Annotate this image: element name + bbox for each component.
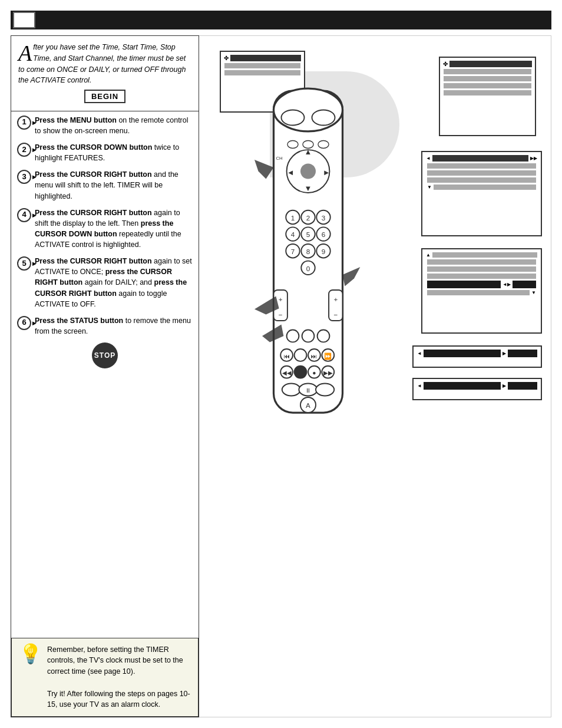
svg-point-10 (287, 141, 298, 149)
svg-point-42 (318, 330, 330, 342)
intro-text: fter you have set the Time, Start Time, … (18, 43, 186, 84)
svg-text:4: 4 (291, 230, 295, 238)
svg-point-45 (295, 349, 307, 361)
step-1-num: 1 (17, 116, 31, 130)
step-6: 6 Press the STATUS button to remove the … (17, 315, 193, 337)
screen-4: ▲ ◄▶ ▼ (421, 248, 542, 334)
step-2: 2 Press the CURSOR DOWN button twice to … (17, 142, 193, 163)
step-1: 1 Press the MENU button on the remote co… (17, 115, 193, 136)
svg-point-2 (282, 110, 305, 126)
begin-label: BEGIN (84, 90, 125, 103)
steps-area: 1 Press the MENU button on the remote co… (11, 111, 199, 378)
header-box (13, 12, 35, 28)
svg-text:CH: CH (276, 156, 282, 161)
step-6-num: 6 (17, 316, 31, 330)
svg-point-11 (303, 141, 313, 149)
svg-text:8: 8 (306, 248, 310, 255)
step-3: 3 Press the CURSOR RIGHT button and the … (17, 169, 193, 201)
svg-text:1: 1 (291, 214, 295, 222)
svg-point-40 (287, 330, 299, 342)
svg-text:3: 3 (322, 214, 326, 222)
svg-point-12 (318, 141, 329, 149)
svg-text:◄: ◄ (287, 168, 295, 177)
left-column: A fter you have set the Time, Start Time… (11, 35, 199, 717)
step-5-num: 5 (17, 256, 31, 271)
stop-circle: STOP (92, 342, 118, 368)
svg-point-41 (302, 330, 315, 342)
svg-marker-64 (343, 267, 361, 286)
svg-text:6: 6 (322, 230, 326, 238)
svg-text:◀◀: ◀◀ (282, 370, 292, 376)
step-3-num: 3 (17, 170, 31, 184)
step-2-num: 2 (17, 143, 31, 157)
step-4: 4 Press the CURSOR RIGHT button again to… (17, 207, 193, 251)
step-5: 5 Press the CURSOR RIGHT button again to… (17, 256, 193, 309)
lightbulb-icon: 💡 (19, 644, 42, 663)
svg-marker-63 (254, 160, 274, 179)
svg-text:▼: ▼ (305, 184, 312, 193)
drop-cap: A (18, 44, 32, 62)
svg-text:5: 5 (306, 230, 310, 238)
step-2-text: Press the CURSOR DOWN button twice to hi… (35, 142, 193, 163)
svg-point-3 (312, 110, 335, 126)
intro-box: A fter you have set the Time, Start Time… (11, 36, 199, 111)
svg-text:2: 2 (306, 214, 310, 222)
stop-badge: STOP (17, 342, 193, 368)
svg-text:⏸: ⏸ (305, 387, 311, 394)
screen-3: ◄ ▶▶ ▼ (421, 151, 542, 236)
screen-6: ◄ ▶ (412, 378, 542, 400)
svg-text:+: + (279, 295, 283, 303)
svg-text:9: 9 (322, 248, 326, 255)
svg-text:+: + (333, 295, 338, 303)
begin-badge: BEGIN (18, 91, 191, 103)
svg-text:0: 0 (306, 265, 310, 272)
step-6-text: Press the STATUS button to remove the me… (35, 315, 193, 337)
svg-text:−: − (333, 311, 338, 318)
tip-text: Remember, before setting the TIMER contr… (47, 644, 191, 711)
remote-control-diagram: ▲ ▼ ◄ ► CH 1 2 3 4 5 6 (232, 83, 385, 466)
step-5-text: Press the CURSOR RIGHT button again to s… (35, 256, 193, 309)
svg-text:⏩: ⏩ (324, 353, 332, 360)
tip-box: 💡 Remember, before setting the TIMER con… (11, 638, 199, 717)
svg-point-52 (295, 366, 307, 378)
svg-text:−: − (279, 311, 283, 318)
svg-point-57 (282, 384, 300, 396)
svg-point-60 (316, 384, 334, 396)
left-main: A fter you have set the Time, Start Time… (11, 36, 199, 638)
svg-point-1 (274, 88, 343, 131)
right-column: ✤ ✤ ◄ ▶▶ (199, 35, 551, 717)
header-bar (11, 11, 551, 29)
svg-text:7: 7 (291, 248, 295, 255)
svg-text:●: ● (312, 370, 316, 376)
screen-5: ◄ ▶ (412, 345, 542, 368)
svg-text:▶▶: ▶▶ (323, 370, 333, 376)
step-3-text: Press the CURSOR RIGHT button and the me… (35, 169, 193, 201)
step-1-text: Press the MENU button on the remote cont… (35, 115, 193, 136)
screen-2: ✤ (439, 57, 536, 136)
svg-point-5 (300, 164, 316, 179)
step-4-text: Press the CURSOR RIGHT button again to s… (35, 207, 193, 251)
main-content: A fter you have set the Time, Start Time… (11, 35, 551, 717)
step-4-num: 4 (17, 208, 31, 222)
svg-text:⏮: ⏮ (284, 353, 290, 360)
svg-text:⏭: ⏭ (311, 353, 317, 360)
svg-text:►: ► (323, 168, 330, 177)
svg-text:A: A (306, 401, 310, 409)
